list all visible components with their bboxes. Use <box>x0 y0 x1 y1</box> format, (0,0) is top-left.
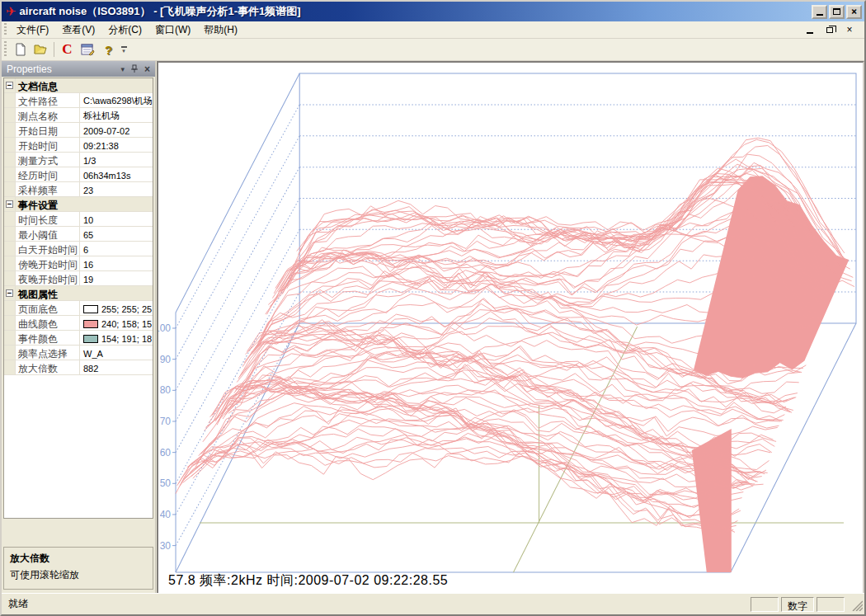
analysis-button[interactable]: C <box>57 40 78 59</box>
property-value-text: 255; 255; 25 <box>101 304 152 314</box>
pin-icon[interactable] <box>130 64 139 73</box>
properties-sheet-icon <box>81 43 95 56</box>
property-value[interactable]: 23 <box>80 182 153 196</box>
property-value-text: 16 <box>83 260 93 270</box>
property-row[interactable]: 曲线颜色240; 158; 15 <box>4 316 153 331</box>
properties-panel-header[interactable]: Properties ▾ × <box>2 61 155 77</box>
mdi-minimize-button[interactable] <box>803 24 817 35</box>
property-value[interactable]: C:\awa6298\机场 <box>80 93 153 107</box>
property-value-text: 2009-07-02 <box>83 126 129 136</box>
properties-button[interactable] <box>78 40 98 59</box>
menu-bar: 文件(F) 查看(V) 分析(C) 窗口(W) 帮助(H) × <box>2 21 864 39</box>
menu-help[interactable]: 帮助(H) <box>197 21 244 39</box>
property-value[interactable]: 6 <box>80 242 153 256</box>
property-row[interactable]: 开始时间09:21:38 <box>4 138 153 153</box>
color-swatch <box>83 335 98 343</box>
property-value-text: 09:21:38 <box>83 141 119 151</box>
property-row[interactable]: 傍晚开始时间16 <box>4 256 153 271</box>
property-value-text: 23 <box>83 186 93 195</box>
property-row[interactable]: 放大倍数882 <box>4 360 153 375</box>
property-value[interactable]: 240; 158; 15 <box>80 316 153 330</box>
property-row[interactable]: 经历时间06h34m13s <box>4 167 153 182</box>
title-bar[interactable]: ✈ aircraft noise（ISO3891） - [飞机噪声分析1-事件1… <box>2 2 864 21</box>
property-label: 经历时间 <box>16 167 80 181</box>
property-value[interactable]: 10 <box>80 212 153 226</box>
open-file-button[interactable] <box>31 40 51 59</box>
svg-text:80: 80 <box>160 384 172 396</box>
svg-text:70: 70 <box>160 416 172 427</box>
property-label: 开始日期 <box>16 123 80 137</box>
property-value-text: 10 <box>83 215 93 225</box>
property-label: 页面底色 <box>16 301 80 315</box>
airplane-icon: ✈ <box>6 4 16 19</box>
property-value[interactable]: W_A <box>80 346 153 360</box>
property-value[interactable]: 2009-07-02 <box>80 123 153 137</box>
resize-grip[interactable] <box>850 598 863 611</box>
property-value[interactable]: 19 <box>80 271 153 285</box>
mdi-close-icon: × <box>846 24 852 35</box>
property-value-text: W_A <box>83 349 103 359</box>
status-bar: 就绪 数字 <box>2 593 864 614</box>
property-category-row[interactable]: −视图属性 <box>4 286 153 301</box>
property-value-text: 882 <box>83 364 98 374</box>
help-icon: ? <box>105 43 112 57</box>
property-row[interactable]: 白天开始时间6 <box>4 242 153 256</box>
window-title: aircraft noise（ISO3891） - [飞机噪声分析1-事件1频谱… <box>20 4 301 19</box>
status-message: 就绪 <box>8 597 28 611</box>
toolbar-separator <box>54 42 54 57</box>
property-value[interactable]: 1/3 <box>80 153 153 167</box>
toolbar-gripper-handle[interactable] <box>4 41 7 59</box>
property-value[interactable]: 09:21:38 <box>80 138 153 152</box>
menu-analysis[interactable]: 分析(C) <box>101 21 148 39</box>
property-row[interactable]: 开始日期2009-07-02 <box>4 123 153 138</box>
panel-close-icon[interactable]: × <box>144 63 150 75</box>
property-value-text: 06h34m13s <box>83 171 131 181</box>
panel-menu-chevron-icon[interactable]: ▾ <box>120 65 125 73</box>
toolbar-overflow-button[interactable]: ▾ <box>119 40 129 59</box>
property-label: 曲线颜色 <box>16 316 80 330</box>
property-value[interactable]: 882 <box>80 360 153 374</box>
properties-panel-title: Properties <box>7 63 52 75</box>
menu-file[interactable]: 文件(F) <box>10 21 55 39</box>
property-row[interactable]: 测点名称栎社机场 <box>4 108 153 123</box>
waterfall-plot[interactable]: 10090807060504030 <box>158 63 863 595</box>
property-description-text: 可使用滚轮缩放 <box>10 568 147 582</box>
collapse-icon[interactable]: − <box>6 289 13 297</box>
property-row[interactable]: 频率点选择W_A <box>4 346 153 360</box>
property-row[interactable]: 采样频率23 <box>4 182 153 197</box>
new-document-button[interactable] <box>10 40 31 59</box>
mdi-restore-button[interactable] <box>823 24 836 35</box>
svg-text:30: 30 <box>160 540 172 552</box>
property-category-row[interactable]: −事件设置 <box>4 197 153 212</box>
help-button[interactable]: ? <box>98 40 119 59</box>
property-row[interactable]: 时间长度10 <box>4 212 153 227</box>
property-value[interactable]: 06h34m13s <box>80 167 153 181</box>
mdi-close-button[interactable]: × <box>843 24 856 35</box>
property-row[interactable]: 测量方式1/3 <box>4 153 153 167</box>
property-value-text: C:\awa6298\机场 <box>83 95 153 107</box>
property-value[interactable]: 65 <box>80 227 153 241</box>
property-row[interactable]: 事件颜色154; 191; 18 <box>4 331 153 346</box>
menu-gripper-handle[interactable] <box>4 23 7 36</box>
close-button[interactable]: × <box>846 5 862 19</box>
property-label: 傍晚开始时间 <box>16 256 80 270</box>
menu-window[interactable]: 窗口(W) <box>148 21 197 39</box>
property-row[interactable]: 页面底色255; 255; 25 <box>4 301 153 316</box>
maximize-button[interactable] <box>829 5 845 19</box>
property-description-box: 放大倍数 可使用滚轮缩放 <box>3 547 153 590</box>
menu-view[interactable]: 查看(V) <box>55 21 101 39</box>
color-swatch <box>83 305 98 313</box>
property-row[interactable]: 夜晚开始时间19 <box>4 271 153 286</box>
collapse-icon[interactable]: − <box>6 82 13 89</box>
property-row[interactable]: 文件路径C:\awa6298\机场 <box>4 93 153 108</box>
property-value[interactable]: 栎社机场 <box>80 108 153 122</box>
property-category-row[interactable]: −文档信息 <box>4 78 153 93</box>
collapse-icon[interactable]: − <box>6 200 13 208</box>
property-value[interactable]: 154; 191; 18 <box>80 331 153 345</box>
property-value-text: 1/3 <box>83 156 96 166</box>
property-value[interactable]: 16 <box>80 256 153 270</box>
property-grid[interactable]: −文档信息文件路径C:\awa6298\机场测点名称栎社机场开始日期2009-0… <box>3 78 153 519</box>
property-value[interactable]: 255; 255; 25 <box>80 301 153 315</box>
property-row[interactable]: 最小阈值65 <box>4 227 153 242</box>
minimize-button[interactable] <box>812 5 827 19</box>
